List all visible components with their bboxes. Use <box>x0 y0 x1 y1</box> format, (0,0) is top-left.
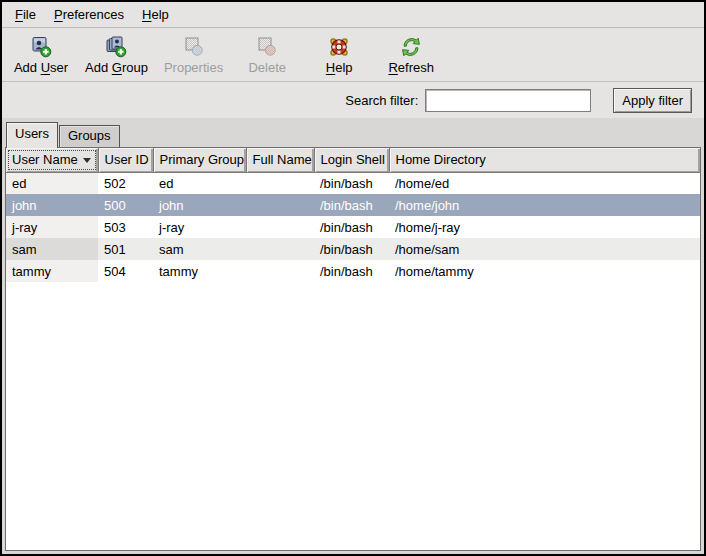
column-header-primary-group[interactable]: Primary Group <box>153 148 246 172</box>
table-empty-area[interactable] <box>6 282 700 550</box>
refresh-icon <box>399 35 423 59</box>
menu-bar: File Preferences Help <box>2 2 704 28</box>
column-header-user-id[interactable]: User ID <box>98 148 153 172</box>
refresh-label: Refresh <box>388 60 434 75</box>
column-header-login-shell[interactable]: Login Shell <box>314 148 389 172</box>
search-filter-row: Search filter: Apply filter <box>2 82 704 118</box>
sort-arrow-icon <box>83 158 91 163</box>
toolbar: Add User Add Group <box>2 28 704 82</box>
properties-icon <box>182 35 206 59</box>
apply-filter-button[interactable]: Apply filter <box>613 88 692 113</box>
add-user-button[interactable]: Add User <box>8 32 74 78</box>
table-row-john-selected[interactable]: john500john/bin/bash/home/john <box>6 194 700 216</box>
menu-help[interactable]: Help <box>133 4 178 25</box>
tab-strip: Users Groups <box>2 118 704 147</box>
add-group-button[interactable]: Add Group <box>80 32 153 78</box>
menu-file[interactable]: File <box>6 4 45 25</box>
tab-groups[interactable]: Groups <box>59 125 120 147</box>
table-row-j-ray[interactable]: j-ray503j-ray/bin/bash/home/j-ray <box>6 216 700 238</box>
column-header-user-name[interactable]: User Name <box>6 148 98 172</box>
properties-label: Properties <box>164 60 223 75</box>
add-group-icon <box>104 35 128 59</box>
delete-icon <box>255 35 279 59</box>
user-manager-window: File Preferences Help Add User <box>2 2 704 554</box>
delete-label: Delete <box>248 60 286 75</box>
help-button[interactable]: Help <box>306 32 372 78</box>
delete-button[interactable]: Delete <box>234 32 300 78</box>
lifebuoy-icon <box>327 35 351 59</box>
add-user-icon <box>29 35 53 59</box>
search-filter-label: Search filter: <box>345 93 418 108</box>
column-header-home-directory[interactable]: Home Directory <box>389 148 700 172</box>
users-table: User Name User ID Primary Group Full Nam… <box>5 147 701 551</box>
search-filter-input[interactable] <box>425 89 591 112</box>
table-header-row: User Name User ID Primary Group Full Nam… <box>6 148 700 172</box>
properties-button[interactable]: Properties <box>159 32 228 78</box>
menu-preferences[interactable]: Preferences <box>45 4 133 25</box>
table-row-ed[interactable]: ed502ed/bin/bash/home/ed <box>6 172 700 194</box>
column-header-full-name[interactable]: Full Name <box>246 148 314 172</box>
add-user-label: Add User <box>14 60 68 75</box>
help-label: Help <box>326 60 353 75</box>
add-group-label: Add Group <box>85 60 148 75</box>
refresh-button[interactable]: Refresh <box>378 32 444 78</box>
tab-users[interactable]: Users <box>6 122 58 148</box>
table-row-sam[interactable]: sam501sam/bin/bash/home/sam <box>6 238 700 260</box>
table-row-tammy[interactable]: tammy504tammy/bin/bash/home/tammy <box>6 260 700 282</box>
